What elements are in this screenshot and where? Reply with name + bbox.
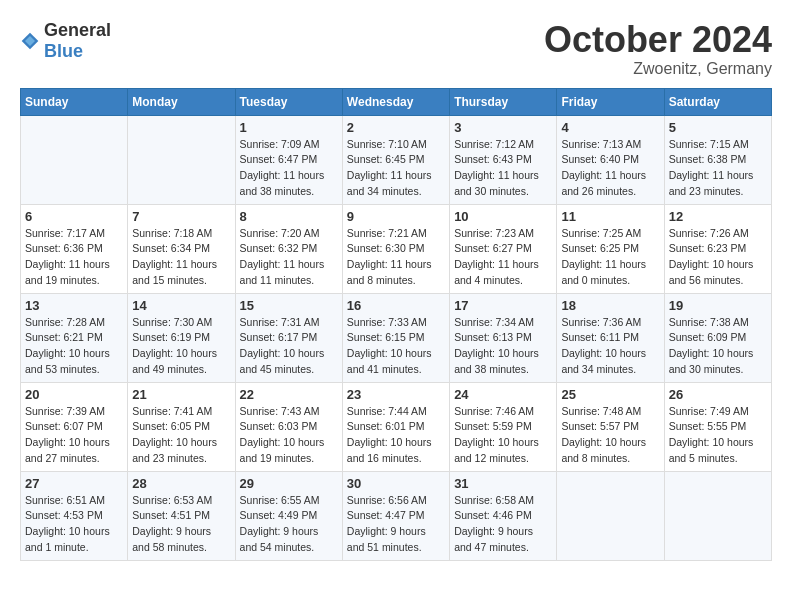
calendar-cell: 28Sunrise: 6:53 AM Sunset: 4:51 PM Dayli… [128, 471, 235, 560]
calendar-week-row: 27Sunrise: 6:51 AM Sunset: 4:53 PM Dayli… [21, 471, 772, 560]
calendar-cell: 9Sunrise: 7:21 AM Sunset: 6:30 PM Daylig… [342, 204, 449, 293]
day-detail: Sunrise: 6:56 AM Sunset: 4:47 PM Dayligh… [347, 493, 445, 556]
calendar-cell: 23Sunrise: 7:44 AM Sunset: 6:01 PM Dayli… [342, 382, 449, 471]
logo: General Blue [20, 20, 111, 62]
day-number: 1 [240, 120, 338, 135]
day-number: 4 [561, 120, 659, 135]
calendar-cell: 3Sunrise: 7:12 AM Sunset: 6:43 PM Daylig… [450, 115, 557, 204]
calendar-cell: 10Sunrise: 7:23 AM Sunset: 6:27 PM Dayli… [450, 204, 557, 293]
day-number: 18 [561, 298, 659, 313]
day-detail: Sunrise: 7:46 AM Sunset: 5:59 PM Dayligh… [454, 404, 552, 467]
day-detail: Sunrise: 7:44 AM Sunset: 6:01 PM Dayligh… [347, 404, 445, 467]
day-detail: Sunrise: 7:09 AM Sunset: 6:47 PM Dayligh… [240, 137, 338, 200]
day-number: 6 [25, 209, 123, 224]
calendar-cell: 2Sunrise: 7:10 AM Sunset: 6:45 PM Daylig… [342, 115, 449, 204]
calendar-cell: 21Sunrise: 7:41 AM Sunset: 6:05 PM Dayli… [128, 382, 235, 471]
calendar-cell: 6Sunrise: 7:17 AM Sunset: 6:36 PM Daylig… [21, 204, 128, 293]
calendar-week-row: 6Sunrise: 7:17 AM Sunset: 6:36 PM Daylig… [21, 204, 772, 293]
day-number: 17 [454, 298, 552, 313]
day-detail: Sunrise: 6:55 AM Sunset: 4:49 PM Dayligh… [240, 493, 338, 556]
day-number: 21 [132, 387, 230, 402]
calendar-cell: 12Sunrise: 7:26 AM Sunset: 6:23 PM Dayli… [664, 204, 771, 293]
calendar-cell: 8Sunrise: 7:20 AM Sunset: 6:32 PM Daylig… [235, 204, 342, 293]
logo-blue: Blue [44, 41, 83, 61]
day-number: 5 [669, 120, 767, 135]
day-number: 29 [240, 476, 338, 491]
day-number: 26 [669, 387, 767, 402]
day-number: 16 [347, 298, 445, 313]
day-number: 23 [347, 387, 445, 402]
title-area: October 2024 Zwoenitz, Germany [544, 20, 772, 78]
day-detail: Sunrise: 6:53 AM Sunset: 4:51 PM Dayligh… [132, 493, 230, 556]
day-detail: Sunrise: 7:33 AM Sunset: 6:15 PM Dayligh… [347, 315, 445, 378]
calendar-cell: 27Sunrise: 6:51 AM Sunset: 4:53 PM Dayli… [21, 471, 128, 560]
day-detail: Sunrise: 7:30 AM Sunset: 6:19 PM Dayligh… [132, 315, 230, 378]
day-number: 30 [347, 476, 445, 491]
logo-general: General [44, 20, 111, 40]
page-header: General Blue October 2024 Zwoenitz, Germ… [20, 20, 772, 78]
calendar-week-row: 1Sunrise: 7:09 AM Sunset: 6:47 PM Daylig… [21, 115, 772, 204]
weekday-header-row: SundayMondayTuesdayWednesdayThursdayFrid… [21, 88, 772, 115]
day-number: 2 [347, 120, 445, 135]
day-detail: Sunrise: 7:26 AM Sunset: 6:23 PM Dayligh… [669, 226, 767, 289]
day-detail: Sunrise: 7:39 AM Sunset: 6:07 PM Dayligh… [25, 404, 123, 467]
day-number: 8 [240, 209, 338, 224]
day-detail: Sunrise: 6:51 AM Sunset: 4:53 PM Dayligh… [25, 493, 123, 556]
day-detail: Sunrise: 7:49 AM Sunset: 5:55 PM Dayligh… [669, 404, 767, 467]
calendar-cell: 14Sunrise: 7:30 AM Sunset: 6:19 PM Dayli… [128, 293, 235, 382]
calendar-cell: 24Sunrise: 7:46 AM Sunset: 5:59 PM Dayli… [450, 382, 557, 471]
day-detail: Sunrise: 7:13 AM Sunset: 6:40 PM Dayligh… [561, 137, 659, 200]
day-detail: Sunrise: 7:18 AM Sunset: 6:34 PM Dayligh… [132, 226, 230, 289]
calendar-cell: 20Sunrise: 7:39 AM Sunset: 6:07 PM Dayli… [21, 382, 128, 471]
day-number: 19 [669, 298, 767, 313]
day-detail: Sunrise: 7:10 AM Sunset: 6:45 PM Dayligh… [347, 137, 445, 200]
day-number: 10 [454, 209, 552, 224]
calendar-week-row: 20Sunrise: 7:39 AM Sunset: 6:07 PM Dayli… [21, 382, 772, 471]
day-detail: Sunrise: 7:38 AM Sunset: 6:09 PM Dayligh… [669, 315, 767, 378]
day-number: 22 [240, 387, 338, 402]
weekday-header-saturday: Saturday [664, 88, 771, 115]
day-detail: Sunrise: 7:25 AM Sunset: 6:25 PM Dayligh… [561, 226, 659, 289]
calendar-cell [21, 115, 128, 204]
day-detail: Sunrise: 7:34 AM Sunset: 6:13 PM Dayligh… [454, 315, 552, 378]
day-number: 20 [25, 387, 123, 402]
calendar-cell: 7Sunrise: 7:18 AM Sunset: 6:34 PM Daylig… [128, 204, 235, 293]
location-title: Zwoenitz, Germany [544, 60, 772, 78]
calendar-cell [664, 471, 771, 560]
day-number: 9 [347, 209, 445, 224]
calendar-cell: 15Sunrise: 7:31 AM Sunset: 6:17 PM Dayli… [235, 293, 342, 382]
calendar-cell: 13Sunrise: 7:28 AM Sunset: 6:21 PM Dayli… [21, 293, 128, 382]
day-number: 24 [454, 387, 552, 402]
day-detail: Sunrise: 7:36 AM Sunset: 6:11 PM Dayligh… [561, 315, 659, 378]
calendar-cell: 17Sunrise: 7:34 AM Sunset: 6:13 PM Dayli… [450, 293, 557, 382]
calendar-cell [557, 471, 664, 560]
day-detail: Sunrise: 7:23 AM Sunset: 6:27 PM Dayligh… [454, 226, 552, 289]
calendar-cell: 5Sunrise: 7:15 AM Sunset: 6:38 PM Daylig… [664, 115, 771, 204]
calendar-cell: 16Sunrise: 7:33 AM Sunset: 6:15 PM Dayli… [342, 293, 449, 382]
day-number: 13 [25, 298, 123, 313]
calendar-cell: 19Sunrise: 7:38 AM Sunset: 6:09 PM Dayli… [664, 293, 771, 382]
day-number: 25 [561, 387, 659, 402]
weekday-header-wednesday: Wednesday [342, 88, 449, 115]
day-detail: Sunrise: 7:48 AM Sunset: 5:57 PM Dayligh… [561, 404, 659, 467]
day-number: 14 [132, 298, 230, 313]
day-detail: Sunrise: 7:17 AM Sunset: 6:36 PM Dayligh… [25, 226, 123, 289]
calendar-cell: 26Sunrise: 7:49 AM Sunset: 5:55 PM Dayli… [664, 382, 771, 471]
weekday-header-sunday: Sunday [21, 88, 128, 115]
weekday-header-monday: Monday [128, 88, 235, 115]
day-number: 3 [454, 120, 552, 135]
day-number: 28 [132, 476, 230, 491]
calendar-cell: 25Sunrise: 7:48 AM Sunset: 5:57 PM Dayli… [557, 382, 664, 471]
calendar-cell: 4Sunrise: 7:13 AM Sunset: 6:40 PM Daylig… [557, 115, 664, 204]
day-detail: Sunrise: 7:43 AM Sunset: 6:03 PM Dayligh… [240, 404, 338, 467]
calendar-cell: 1Sunrise: 7:09 AM Sunset: 6:47 PM Daylig… [235, 115, 342, 204]
calendar-cell [128, 115, 235, 204]
day-detail: Sunrise: 7:31 AM Sunset: 6:17 PM Dayligh… [240, 315, 338, 378]
calendar-cell: 30Sunrise: 6:56 AM Sunset: 4:47 PM Dayli… [342, 471, 449, 560]
day-number: 31 [454, 476, 552, 491]
calendar-cell: 29Sunrise: 6:55 AM Sunset: 4:49 PM Dayli… [235, 471, 342, 560]
weekday-header-thursday: Thursday [450, 88, 557, 115]
day-number: 7 [132, 209, 230, 224]
calendar-cell: 31Sunrise: 6:58 AM Sunset: 4:46 PM Dayli… [450, 471, 557, 560]
day-detail: Sunrise: 6:58 AM Sunset: 4:46 PM Dayligh… [454, 493, 552, 556]
